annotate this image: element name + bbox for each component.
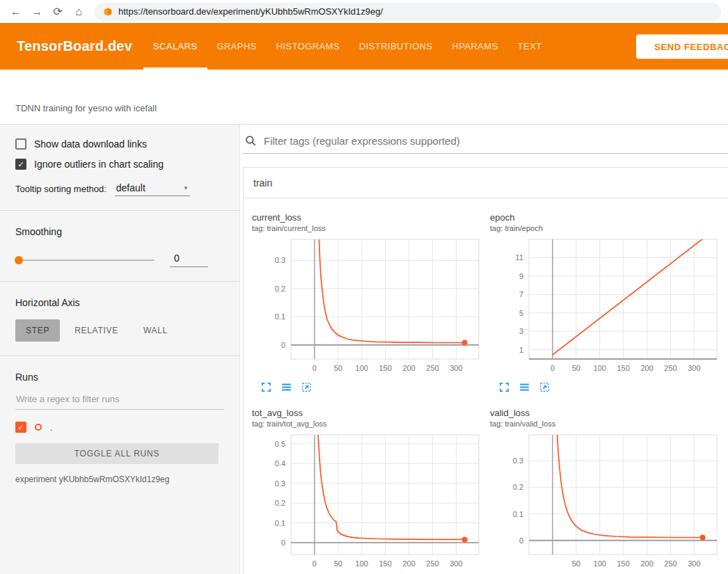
chart-toolbar [498, 381, 718, 394]
tab-graphs[interactable]: GRAPHS [207, 23, 267, 70]
chart-toolbar [260, 381, 480, 394]
chart-canvas-epoch[interactable]: 0501001502002503001357911 [484, 236, 718, 379]
tag-filter [243, 130, 728, 154]
chart-card-tot_avg_loss: tot_avg_losstag: train/tot_avg_loss05010… [246, 401, 480, 574]
axis-relative-button[interactable]: RELATIVE [64, 319, 129, 342]
forward-icon[interactable]: → [28, 3, 46, 21]
tooltip-sorting-row: Tooltip sorting method: default ▼ [0, 182, 239, 196]
chart-title: epoch [490, 212, 718, 223]
tab-text[interactable]: TEXT [508, 23, 552, 70]
smoothing-label: Smoothing [0, 226, 239, 237]
toggle-all-runs-button[interactable]: TOGGLE ALL RUNS [15, 443, 219, 464]
content-area: Show data download links ✓ Ignore outlie… [0, 125, 728, 574]
runs-label: Runs [0, 372, 239, 383]
svg-text:100: 100 [594, 364, 606, 372]
svg-text:11: 11 [516, 253, 523, 262]
smoothing-slider[interactable] [15, 260, 155, 261]
runs-filter-input[interactable] [15, 394, 224, 410]
run-checkbox-checked-icon[interactable]: ✓ [15, 422, 26, 433]
svg-text:150: 150 [379, 559, 391, 568]
checkbox-checked-icon[interactable]: ✓ [15, 159, 26, 170]
chart-card-epoch: epochtag: train/epoch0501001502002503001… [484, 205, 718, 394]
fit-domain-icon[interactable] [539, 381, 551, 394]
home-icon[interactable]: ⌂ [70, 3, 88, 21]
address-bar[interactable]: https://tensorboard.dev/experiment/yKUbh… [95, 3, 721, 21]
svg-text:0.1: 0.1 [513, 510, 523, 518]
svg-text:100: 100 [356, 559, 368, 568]
fullscreen-icon[interactable] [260, 381, 273, 394]
svg-text:0.2: 0.2 [275, 499, 285, 507]
fullscreen-icon[interactable] [498, 381, 511, 394]
experiment-title-bar: TDNN training for yesno with icefall [0, 70, 728, 125]
svg-text:0: 0 [281, 341, 285, 349]
svg-text:3: 3 [519, 327, 523, 335]
back-icon[interactable]: ← [7, 3, 25, 21]
svg-text:150: 150 [617, 559, 629, 568]
ignore-outliers-row[interactable]: ✓ Ignore outliers in chart scaling [0, 159, 239, 170]
horizontal-axis-label: Horizontal Axis [0, 297, 239, 308]
reload-icon[interactable]: ⟳ [49, 3, 67, 21]
svg-text:150: 150 [617, 364, 629, 372]
svg-text:200: 200 [402, 559, 415, 568]
sidebar: Show data download links ✓ Ignore outlie… [0, 125, 240, 574]
show-download-links-label: Show data download links [34, 138, 147, 150]
svg-text:100: 100 [594, 559, 606, 568]
chart-card-current_loss: current_losstag: train/current_loss05010… [246, 205, 480, 394]
chart-tag: tag: train/tot_avg_loss [252, 420, 480, 428]
checkbox-unchecked-icon[interactable] [15, 138, 26, 150]
tooltip-sorting-label: Tooltip sorting method: [15, 184, 106, 196]
send-feedback-button[interactable]: SEND FEEDBACK [636, 34, 728, 58]
svg-text:50: 50 [572, 559, 580, 568]
axis-wall-button[interactable]: WALL [133, 319, 178, 342]
tab-histograms[interactable]: HISTOGRAMS [267, 23, 349, 70]
chart-tag: tag: train/valid_loss [490, 420, 718, 428]
expand-y-axis-icon[interactable] [519, 381, 531, 394]
show-download-links-row[interactable]: Show data download links [0, 138, 239, 150]
svg-text:0.3: 0.3 [513, 456, 523, 465]
svg-text:0.5: 0.5 [275, 440, 285, 448]
horizontal-axis-buttons: STEPRELATIVEWALL [0, 319, 239, 342]
fit-domain-icon[interactable] [301, 381, 313, 394]
chart-canvas-valid_loss[interactable]: 5010015020025030000.10.20.3 [484, 431, 718, 574]
svg-text:0.4: 0.4 [275, 459, 285, 468]
svg-text:5: 5 [519, 309, 523, 317]
svg-text:0.3: 0.3 [275, 479, 285, 488]
experiment-id: experiment yKUbhb5wRmOSXYkId1z9eg [0, 475, 239, 484]
train-section-label: train [253, 177, 272, 189]
tooltip-sorting-dropdown[interactable]: default ▼ [115, 182, 190, 196]
ignore-outliers-label: Ignore outliers in chart scaling [34, 159, 164, 170]
divider [0, 281, 239, 282]
train-section-header[interactable]: train [244, 168, 728, 198]
tab-hparams[interactable]: HPARAMS [443, 23, 508, 70]
tab-scalars[interactable]: SCALARS [143, 23, 207, 70]
chart-title: current_loss [252, 212, 480, 223]
charts-grid: current_losstag: train/current_loss05010… [244, 198, 728, 574]
run-row[interactable]: ✓ . [0, 422, 239, 433]
svg-text:7: 7 [519, 290, 523, 298]
expand-y-axis-icon[interactable] [280, 381, 293, 394]
chart-card-valid_loss: valid_losstag: train/valid_loss501001502… [484, 401, 718, 574]
smoothing-value[interactable]: 0 [170, 253, 208, 267]
nav-tabs: SCALARSGRAPHSHISTOGRAMSDISTRIBUTIONSHPAR… [143, 23, 552, 70]
tooltip-sorting-value: default [116, 182, 145, 193]
axis-step-button[interactable]: STEP [15, 319, 60, 342]
app-logo[interactable]: TensorBoard.dev [17, 38, 132, 54]
tag-filter-input[interactable] [264, 135, 728, 147]
experiment-title: TDNN training for yesno with icefall [15, 103, 157, 113]
svg-text:0: 0 [312, 364, 317, 372]
svg-text:0: 0 [519, 536, 523, 545]
browser-chrome: ← → ⟳ ⌂ https://tensorboard.dev/experime… [0, 0, 728, 23]
svg-text:300: 300 [688, 364, 700, 372]
address-url: https://tensorboard.dev/experiment/yKUbh… [118, 6, 383, 17]
main-content: train current_losstag: train/current_los… [240, 125, 728, 574]
chart-title: tot_avg_loss [252, 408, 480, 418]
svg-text:0: 0 [551, 364, 555, 372]
chart-canvas-current_loss[interactable]: 05010015020025030000.10.20.3 [246, 236, 480, 379]
tab-distributions[interactable]: DISTRIBUTIONS [349, 23, 443, 70]
search-icon [244, 134, 257, 147]
chart-canvas-tot_avg_loss[interactable]: 05010015020025030000.10.20.30.40.5 [246, 431, 480, 574]
svg-text:150: 150 [379, 364, 391, 372]
svg-text:250: 250 [426, 559, 438, 568]
slider-thumb[interactable] [15, 256, 23, 264]
divider [0, 356, 239, 356]
